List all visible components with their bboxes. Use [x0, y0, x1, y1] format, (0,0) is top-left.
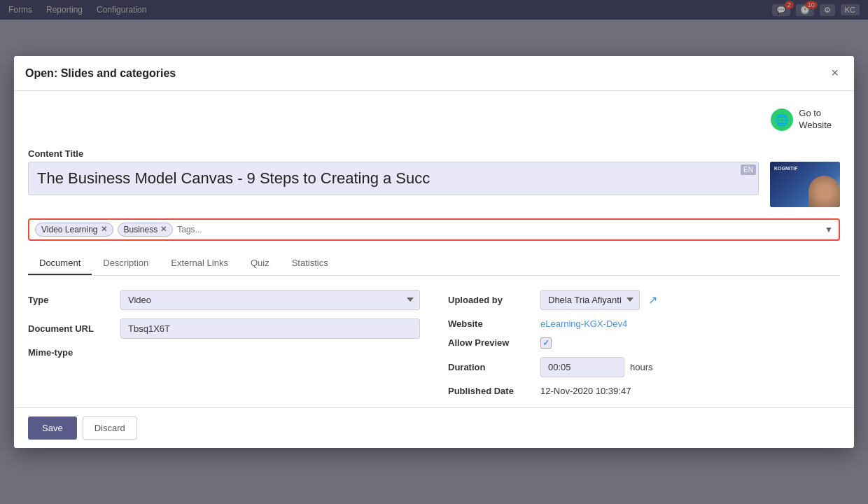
published-date-value: 12-Nov-2020 10:39:47 — [540, 386, 840, 396]
slides-categories-modal: Open: Slides and categories × 🌐 Go to We… — [14, 56, 854, 448]
globe-icon: 🌐 — [771, 108, 793, 131]
tag-business-remove[interactable]: ✕ — [160, 225, 167, 234]
published-date-field: Published Date 12-Nov-2020 10:39:47 — [448, 386, 840, 396]
allow-preview-checkbox-wrap: ✓ — [540, 337, 552, 349]
tags-input[interactable] — [177, 225, 820, 234]
uploaded-by-field: Uploaded by Dhela Tria Afiyanti ↗ — [448, 290, 840, 310]
form-left: Type Video Document URL Mime-type — [28, 290, 420, 396]
checkmark-icon: ✓ — [542, 338, 550, 348]
tag-video-learning[interactable]: Video Learning ✕ — [35, 223, 113, 237]
document-tabs: Document Description External Links Quiz… — [28, 252, 840, 276]
tab-description[interactable]: Description — [92, 252, 160, 275]
tag-video-learning-label: Video Learning — [41, 225, 98, 234]
type-select[interactable]: Video — [120, 290, 420, 310]
uploaded-by-row: Dhela Tria Afiyanti ↗ — [540, 290, 660, 310]
document-url-label: Document URL — [28, 323, 112, 334]
thumb-text: KOGNITIF — [774, 166, 797, 171]
modal-body: 🌐 Go to Website Content Title EN — [14, 91, 854, 407]
content-thumbnail: KOGNITIF — [770, 162, 840, 207]
language-badge: EN — [741, 164, 756, 175]
type-label: Type — [28, 295, 112, 305]
form-right: Uploaded by Dhela Tria Afiyanti ↗ Websit… — [448, 290, 840, 396]
modal-title: Open: Slides and categories — [25, 67, 176, 80]
content-title-label: Content Title — [28, 148, 840, 159]
uploaded-by-external-link-icon[interactable]: ↗ — [645, 290, 660, 309]
allow-preview-field: Allow Preview ✓ — [448, 337, 840, 349]
uploaded-by-select[interactable]: Dhela Tria Afiyanti — [540, 290, 640, 310]
type-field: Type Video — [28, 290, 420, 310]
allow-preview-label: Allow Preview — [448, 337, 532, 348]
document-tab-content: Type Video Document URL Mime-type — [28, 290, 840, 396]
tab-document[interactable]: Document — [28, 252, 92, 275]
tab-quiz[interactable]: Quiz — [239, 252, 281, 275]
save-button[interactable]: Save — [28, 416, 77, 440]
thumb-people-decoration — [808, 176, 840, 207]
duration-input[interactable] — [540, 357, 624, 377]
tag-video-learning-remove[interactable]: ✕ — [101, 225, 107, 234]
document-url-input[interactable] — [120, 318, 420, 339]
modal-header: Open: Slides and categories × — [14, 56, 854, 91]
duration-row: hours — [540, 357, 653, 377]
tags-field[interactable]: Video Learning ✕ Business ✕ ▼ — [28, 218, 840, 241]
tag-business-label: Business — [124, 225, 158, 234]
title-input-wrap: EN — [28, 162, 759, 195]
mime-type-label: Mime-type — [28, 347, 112, 358]
content-title-input[interactable] — [28, 162, 759, 195]
go-to-website-bar: 🌐 Go to Website — [28, 102, 840, 137]
content-title-field: Content Title EN KOGNITIF — [28, 148, 840, 207]
allow-preview-checkbox[interactable]: ✓ — [540, 337, 552, 349]
document-url-field: Document URL — [28, 318, 420, 339]
close-button[interactable]: × — [827, 64, 843, 82]
discard-button[interactable]: Discard — [83, 416, 137, 440]
modal-overlay: Open: Slides and categories × 🌐 Go to We… — [0, 0, 868, 504]
tab-external-links[interactable]: External Links — [160, 252, 239, 275]
uploaded-by-label: Uploaded by — [448, 295, 532, 305]
tab-statistics[interactable]: Statistics — [281, 252, 340, 275]
content-title-row: EN KOGNITIF — [28, 162, 840, 207]
website-field: Website eLearning-KGX-Dev4 — [448, 318, 840, 329]
go-to-website-label: Go to Website — [799, 108, 832, 132]
duration-label: Duration — [448, 362, 532, 372]
duration-field: Duration hours — [448, 357, 840, 377]
modal-footer: Save Discard — [14, 407, 854, 448]
go-to-website-button[interactable]: 🌐 Go to Website — [762, 102, 840, 137]
tag-business[interactable]: Business ✕ — [118, 223, 174, 237]
tags-dropdown-arrow-icon[interactable]: ▼ — [825, 225, 833, 234]
website-link[interactable]: eLearning-KGX-Dev4 — [540, 318, 627, 329]
website-label: Website — [448, 318, 532, 329]
duration-unit-label: hours — [630, 362, 653, 372]
mime-type-field: Mime-type — [28, 347, 420, 358]
published-date-label: Published Date — [448, 386, 532, 396]
